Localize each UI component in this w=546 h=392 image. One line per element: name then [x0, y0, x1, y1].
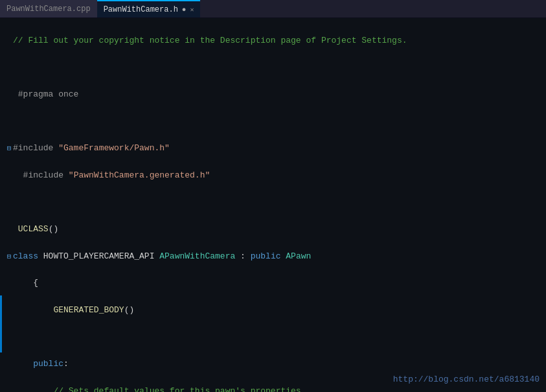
line-6: #include "PawnWithCamera.generated.h": [5, 169, 546, 183]
line-7: [5, 196, 546, 209]
line-1-content: // Fill out your copyright notice in the…: [13, 34, 546, 48]
line-14-content: // Sets default values for this pawn's p…: [13, 385, 546, 392]
tab-h[interactable]: PawnWithCamera.h ● ✕: [97, 0, 201, 17]
tab-cpp[interactable]: PawnWithCamera.cpp: [0, 0, 97, 17]
line-3: #pragma once: [5, 88, 546, 102]
line-12: [5, 330, 546, 344]
line-9-content: class HOWTO_PLAYERCAMERA_API APawnWithCa…: [13, 250, 546, 264]
line-8: UCLASS(): [5, 223, 546, 236]
left-accent-bar: [0, 295, 2, 352]
line-6-content: #include "PawnWithCamera.generated.h": [13, 169, 546, 183]
line-5: ⊟#include "GameFramework/Pawn.h": [5, 142, 546, 156]
line-12-content: [13, 330, 546, 344]
tab-h-close[interactable]: ✕: [190, 6, 194, 14]
line-5-content: #include "GameFramework/Pawn.h": [13, 142, 546, 156]
line-14: // Sets default values for this pawn's p…: [5, 385, 546, 392]
tab-cpp-label: PawnWithCamera.cpp: [6, 5, 91, 14]
tab-bar: PawnWithCamera.cpp PawnWithCamera.h ● ✕: [0, 0, 546, 18]
line-9: ⊟class HOWTO_PLAYERCAMERA_API APawnWithC…: [5, 250, 546, 264]
line-11-content: GENERATED_BODY(): [13, 304, 546, 317]
tab-h-modified: ●: [182, 6, 187, 14]
line-11: GENERATED_BODY(): [5, 304, 546, 317]
line-10-content: {: [13, 277, 546, 290]
line-2-content: [13, 61, 546, 75]
line-3-content: #pragma once: [13, 88, 546, 102]
line-4: [5, 115, 546, 129]
line-4-content: [13, 115, 546, 129]
line-10: {: [5, 277, 546, 290]
line-13: public:: [5, 358, 546, 371]
code-editor: // Fill out your copyright notice in the…: [0, 18, 546, 392]
fold-9: ⊟: [5, 251, 13, 263]
watermark: http://blog.csdn.net/a6813140: [393, 375, 540, 384]
fold-5: ⊟: [5, 143, 13, 155]
code-content[interactable]: // Fill out your copyright notice in the…: [0, 18, 546, 392]
line-2: [5, 61, 546, 75]
tab-h-label: PawnWithCamera.h: [104, 5, 178, 14]
line-1: // Fill out your copyright notice in the…: [5, 34, 546, 48]
line-7-content: [13, 196, 546, 209]
line-8-content: UCLASS(): [13, 223, 546, 236]
line-13-content: public:: [13, 358, 546, 371]
